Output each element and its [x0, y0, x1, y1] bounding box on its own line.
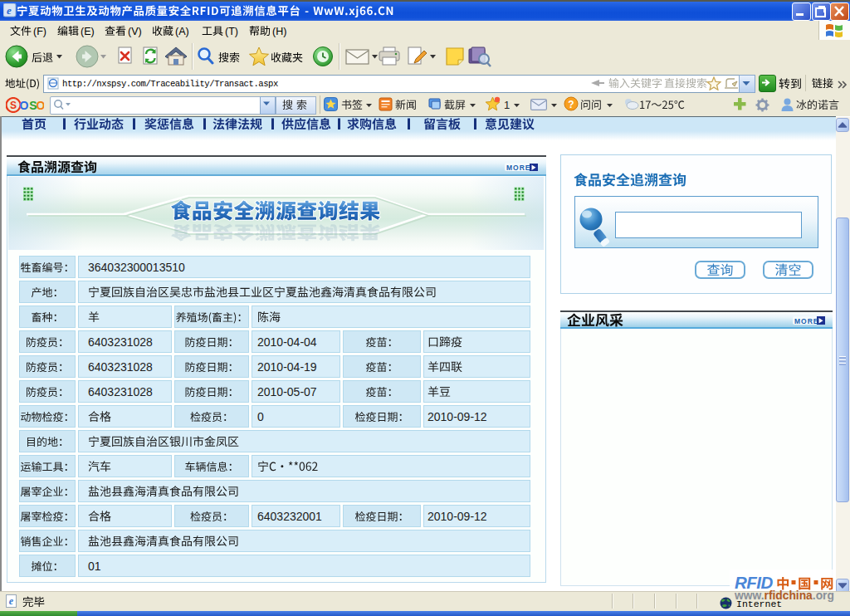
- svg-text:O: O: [20, 99, 29, 112]
- svg-text:S: S: [10, 100, 17, 111]
- svg-text:?: ?: [568, 99, 574, 110]
- svg-text:O: O: [37, 99, 44, 112]
- svg-text:e: e: [7, 4, 12, 17]
- svg-text:e: e: [9, 595, 14, 607]
